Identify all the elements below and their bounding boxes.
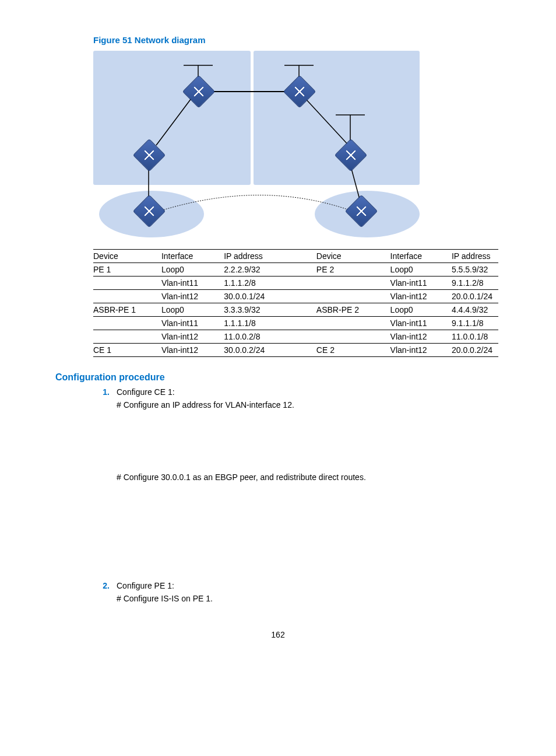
table-row: ASBR-PE 1 Loop0 3.3.3.9/32 ASBR-PE 2 Loo… bbox=[93, 303, 498, 317]
table-cell bbox=[316, 317, 390, 330]
table-row: Vlan-int11 1.1.1.1/8 Vlan-int11 9.1.1.1/… bbox=[93, 317, 498, 330]
spacer bbox=[117, 413, 501, 473]
address-table-container: Device Interface IP address Device Inter… bbox=[93, 249, 501, 357]
step-number: 1. bbox=[93, 387, 117, 579]
table-cell: Vlan-int11 bbox=[161, 276, 224, 290]
step-item: 1. Configure CE 1: # Configure an IP add… bbox=[93, 387, 501, 579]
table-cell: 11.0.0.2/8 bbox=[224, 330, 316, 344]
address-table: Device Interface IP address Device Inter… bbox=[93, 249, 498, 357]
table-cell: Vlan-int12 bbox=[390, 290, 452, 303]
network-diagram bbox=[93, 51, 420, 243]
table-cell: 30.0.0.2/24 bbox=[224, 344, 316, 357]
table-cell: Vlan-int12 bbox=[161, 290, 224, 303]
table-cell: Vlan-int11 bbox=[161, 317, 224, 330]
table-cell: CE 2 bbox=[316, 344, 390, 357]
table-cell: Vlan-int11 bbox=[390, 276, 452, 290]
step-body: Configure CE 1: # Configure an IP addres… bbox=[117, 387, 501, 579]
document-page: Figure 51 Network diagram bbox=[0, 0, 556, 663]
page-number: 162 bbox=[55, 630, 501, 639]
table-cell: 1.1.1.2/8 bbox=[224, 276, 316, 290]
table-cell: Loop0 bbox=[161, 263, 224, 276]
step-line: # Configure IS-IS on PE 1. bbox=[117, 594, 501, 603]
table-cell: 5.5.5.9/32 bbox=[452, 263, 498, 276]
step-line: # Configure an IP address for VLAN-inter… bbox=[117, 400, 501, 410]
table-cell bbox=[316, 290, 390, 303]
table-row: Vlan-int12 30.0.0.1/24 Vlan-int12 20.0.0… bbox=[93, 290, 498, 303]
table-cell bbox=[316, 330, 390, 344]
table-header: IP address bbox=[452, 250, 498, 263]
table-cell bbox=[93, 276, 161, 290]
figure-title: Figure 51 Network diagram bbox=[93, 35, 501, 45]
step-item: 2. Configure PE 1: # Configure IS-IS on … bbox=[93, 581, 501, 607]
table-cell: ASBR-PE 2 bbox=[316, 303, 390, 317]
steps-container: 1. Configure CE 1: # Configure an IP add… bbox=[93, 387, 501, 607]
table-cell: 3.3.3.9/32 bbox=[224, 303, 316, 317]
table-cell: Loop0 bbox=[161, 303, 224, 317]
svg-line-5 bbox=[156, 99, 191, 145]
step-title: Configure CE 1: bbox=[117, 387, 501, 397]
table-cell: 1.1.1.1/8 bbox=[224, 317, 316, 330]
table-cell: 20.0.0.1/24 bbox=[452, 290, 498, 303]
step-line: # Configure 30.0.0.1 as an EBGP peer, an… bbox=[117, 473, 501, 482]
table-row: Vlan-int11 1.1.1.2/8 Vlan-int11 9.1.1.2/… bbox=[93, 276, 498, 290]
svg-line-6 bbox=[305, 99, 349, 145]
step-title: Configure PE 1: bbox=[117, 581, 501, 590]
table-cell: PE 1 bbox=[93, 263, 161, 276]
table-cell: CE 1 bbox=[93, 344, 161, 357]
table-header: Device bbox=[316, 250, 390, 263]
table-cell: 2.2.2.9/32 bbox=[224, 263, 316, 276]
table-cell: ASBR-PE 1 bbox=[93, 303, 161, 317]
table-cell: 9.1.1.2/8 bbox=[452, 276, 498, 290]
network-diagram-container bbox=[93, 51, 501, 243]
table-header: Device bbox=[93, 250, 161, 263]
table-cell: 4.4.4.9/32 bbox=[452, 303, 498, 317]
table-cell: Vlan-int12 bbox=[161, 330, 224, 344]
table-cell bbox=[93, 317, 161, 330]
table-cell: 30.0.0.1/24 bbox=[224, 290, 316, 303]
section-heading: Configuration procedure bbox=[55, 372, 501, 383]
table-cell: Vlan-int12 bbox=[390, 330, 452, 344]
table-cell: Vlan-int12 bbox=[161, 344, 224, 357]
table-header: Interface bbox=[390, 250, 452, 263]
table-header: IP address bbox=[224, 250, 316, 263]
spacer bbox=[117, 485, 501, 579]
table-header: Interface bbox=[161, 250, 224, 263]
table-cell bbox=[93, 290, 161, 303]
table-cell: 9.1.1.1/8 bbox=[452, 317, 498, 330]
table-row: Vlan-int12 11.0.0.2/8 Vlan-int12 11.0.0.… bbox=[93, 330, 498, 344]
table-cell: 11.0.0.1/8 bbox=[452, 330, 498, 344]
table-cell: Loop0 bbox=[390, 303, 452, 317]
step-body: Configure PE 1: # Configure IS-IS on PE … bbox=[117, 581, 501, 607]
table-cell: Vlan-int11 bbox=[390, 317, 452, 330]
table-header-row: Device Interface IP address Device Inter… bbox=[93, 250, 498, 263]
step-number: 2. bbox=[93, 581, 117, 607]
table-cell: Loop0 bbox=[390, 263, 452, 276]
table-row: CE 1 Vlan-int12 30.0.0.2/24 CE 2 Vlan-in… bbox=[93, 344, 498, 357]
table-cell bbox=[93, 330, 161, 344]
table-row: PE 1 Loop0 2.2.2.9/32 PE 2 Loop0 5.5.5.9… bbox=[93, 263, 498, 276]
table-cell: PE 2 bbox=[316, 263, 390, 276]
table-cell bbox=[316, 276, 390, 290]
table-cell: 20.0.0.2/24 bbox=[452, 344, 498, 357]
table-cell: Vlan-int12 bbox=[390, 344, 452, 357]
